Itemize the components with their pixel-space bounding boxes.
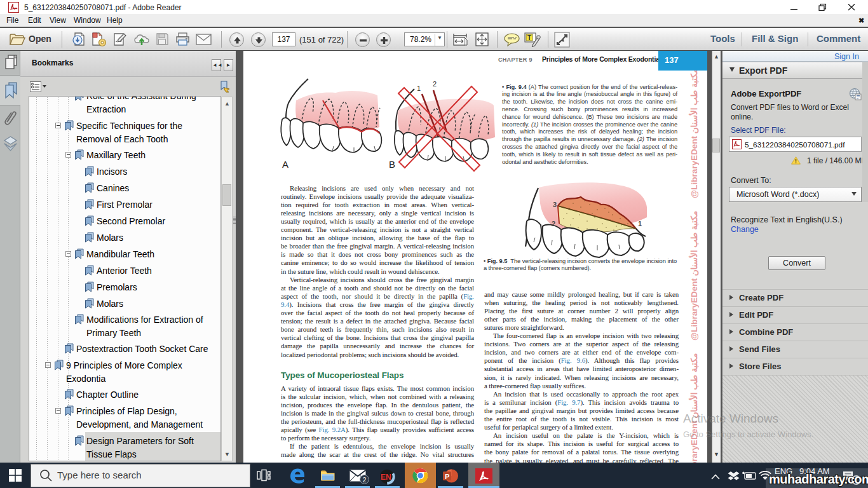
svg-text:3: 3 <box>553 201 557 208</box>
svg-text:1: 1 <box>638 220 642 227</box>
svg-text:P: P <box>445 473 449 480</box>
svg-text:EN: EN <box>381 473 391 482</box>
svg-text:2: 2 <box>552 220 555 227</box>
svg-text:2: 2 <box>433 80 437 88</box>
svg-text:T: T <box>527 34 531 41</box>
svg-text:B: B <box>389 159 395 170</box>
svg-text:A: A <box>282 159 288 170</box>
svg-text:1: 1 <box>417 85 421 92</box>
